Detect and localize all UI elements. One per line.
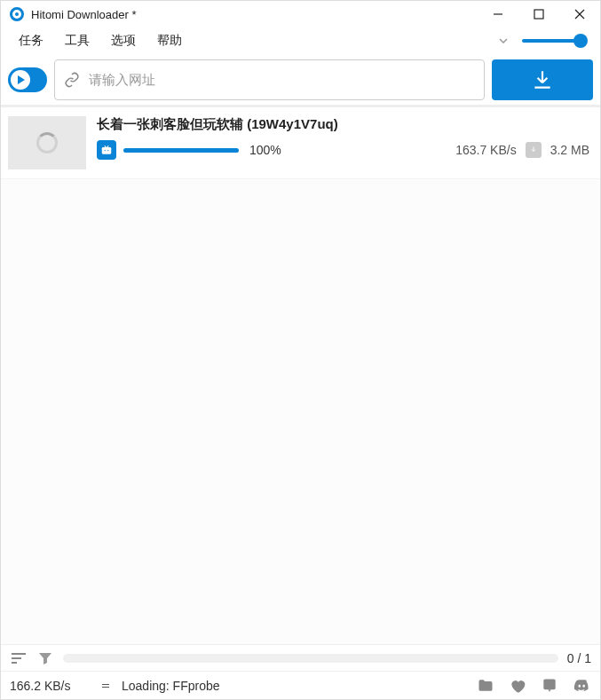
- download-button[interactable]: [492, 59, 593, 100]
- bilibili-icon: [97, 140, 116, 160]
- menu-tools[interactable]: 工具: [56, 29, 99, 52]
- task-list: 长着一张刺客脸但玩软辅 (19W4y1V7uq) 100% 163.7 KB/s…: [1, 107, 600, 644]
- filter-button[interactable]: [36, 649, 54, 667]
- play-icon: [18, 75, 25, 84]
- notification-icon: [541, 677, 558, 695]
- sort-icon: [11, 652, 27, 665]
- disk-icon: [526, 142, 542, 158]
- svg-point-6: [107, 150, 108, 151]
- footer-row-filter: 0 / 1: [1, 644, 600, 671]
- minimize-button[interactable]: [478, 1, 518, 28]
- menu-help[interactable]: 帮助: [148, 29, 191, 52]
- app-icon: [10, 7, 24, 21]
- task-speed: 163.7 KB/s: [455, 143, 517, 157]
- maximize-icon: [534, 9, 544, 20]
- task-row[interactable]: 长着一张刺客脸但玩软辅 (19W4y1V7uq) 100% 163.7 KB/s…: [1, 107, 600, 179]
- svg-point-5: [105, 150, 106, 151]
- titlebar: Hitomi Downloader *: [1, 1, 600, 28]
- chevron-down-icon: [499, 38, 508, 43]
- task-size: 3.2 MB: [550, 143, 589, 157]
- heart-icon: [509, 677, 526, 695]
- close-button[interactable]: [559, 1, 600, 28]
- menu-dropdown-button[interactable]: [495, 33, 511, 49]
- statusbar: 166.2 KB/s Loading: FFprobe: [1, 671, 600, 699]
- menu-tasks[interactable]: 任务: [10, 29, 52, 52]
- task-title: 长着一张刺客脸但玩软辅 (19W4y1V7uq): [97, 116, 589, 133]
- toolbar: [1, 54, 600, 107]
- notification-button[interactable]: [540, 676, 559, 696]
- status-indicator-icon: [102, 684, 109, 688]
- close-icon: [574, 9, 585, 20]
- sort-button[interactable]: [10, 649, 28, 667]
- maximize-button[interactable]: [518, 1, 559, 28]
- horizontal-scrollbar[interactable]: [63, 654, 558, 663]
- link-icon: [64, 72, 80, 88]
- favorite-button[interactable]: [508, 676, 527, 696]
- menubar: 任务 工具 选项 帮助: [1, 28, 600, 54]
- menu-options[interactable]: 选项: [102, 29, 145, 52]
- task-thumbnail: [8, 116, 86, 169]
- status-speed: 166.2 KB/s: [10, 679, 90, 693]
- svg-rect-1: [534, 10, 543, 19]
- task-progress-percent: 100%: [249, 143, 281, 157]
- url-input-container: [54, 59, 485, 100]
- speed-slider[interactable]: [522, 35, 584, 47]
- window-title: Hitomi Downloader *: [31, 8, 137, 21]
- discord-icon: [573, 677, 590, 695]
- loading-spinner-icon: [36, 132, 58, 153]
- svg-rect-10: [543, 679, 555, 689]
- task-progress-bar: [123, 148, 239, 153]
- status-text: Loading: FFprobe: [122, 679, 220, 693]
- folder-icon: [477, 677, 494, 695]
- start-pause-toggle[interactable]: [8, 67, 47, 92]
- task-counter: 0 / 1: [567, 651, 591, 665]
- minimize-icon: [493, 9, 503, 20]
- url-input[interactable]: [89, 72, 475, 87]
- discord-button[interactable]: [572, 676, 591, 696]
- open-folder-button[interactable]: [476, 676, 495, 696]
- download-icon: [531, 68, 554, 91]
- svg-rect-4: [102, 147, 112, 154]
- filter-icon: [38, 651, 52, 665]
